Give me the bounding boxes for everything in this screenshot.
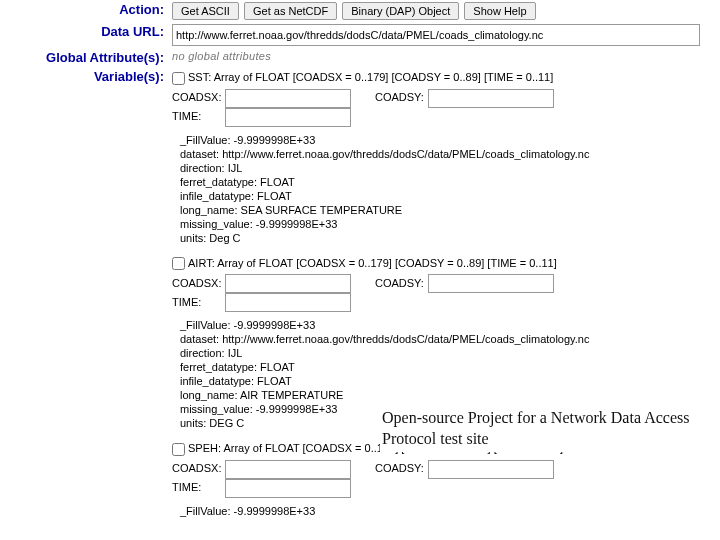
- meta-row: _FillValue: -9.9999998E+33: [180, 318, 716, 332]
- meta-row: dataset: http://www.ferret.noaa.gov/thre…: [180, 147, 716, 161]
- variable-dims-sst: COADSX:COADSY:TIME:: [172, 89, 716, 127]
- variable-checkbox-airt[interactable]: [172, 257, 185, 270]
- dim-input-airt-coadsy[interactable]: [428, 274, 554, 293]
- dim-input-sst-coadsy[interactable]: [428, 89, 554, 108]
- dim-input-sst-time[interactable]: [225, 108, 351, 127]
- action-label: Action:: [0, 0, 168, 22]
- meta-row: dataset: http://www.ferret.noaa.gov/thre…: [180, 332, 716, 346]
- variables-label: Variable(s):: [0, 67, 168, 530]
- meta-row: long_name: AIR TEMPERATURE: [180, 388, 716, 402]
- variable-header-airt: AIRT: Array of FLOAT [COADSX = 0..179] […: [172, 255, 716, 273]
- dim-group-coadsy: COADSY:: [375, 274, 554, 293]
- meta-row: direction: IJL: [180, 161, 716, 175]
- meta-row: units: Deg C: [180, 231, 716, 245]
- data-url-input[interactable]: [172, 24, 700, 46]
- variable-checkbox-speh[interactable]: [172, 443, 185, 456]
- dim-input-speh-coadsy[interactable]: [428, 460, 554, 479]
- dim-group-coadsx: COADSX:: [172, 89, 351, 108]
- meta-row: long_name: SEA SURFACE TEMPERATURE: [180, 203, 716, 217]
- dim-group-time: TIME:: [172, 293, 351, 312]
- dim-label-coadsx: COADSX:: [172, 91, 225, 103]
- meta-row: ferret_datatype: FLOAT: [180, 360, 716, 374]
- show-help-button[interactable]: Show Help: [464, 2, 535, 20]
- variable-meta-sst: _FillValue: -9.9999998E+33dataset: http:…: [180, 133, 716, 245]
- dim-label-coadsx: COADSX:: [172, 462, 225, 474]
- dim-input-airt-time[interactable]: [225, 293, 351, 312]
- action-buttons: Get ASCII Get as NetCDF Binary (DAP) Obj…: [168, 0, 720, 22]
- variable-checkbox-sst[interactable]: [172, 72, 185, 85]
- dim-group-coadsy: COADSY:: [375, 460, 554, 479]
- meta-row: _FillValue: -9.9999998E+33: [180, 133, 716, 147]
- dim-group-time: TIME:: [172, 108, 351, 127]
- meta-row: ferret_datatype: FLOAT: [180, 175, 716, 189]
- variable-title-sst: SST: Array of FLOAT [COADSX = 0..179] [C…: [188, 71, 553, 83]
- meta-row: _FillValue: -9.9999998E+33: [180, 504, 716, 518]
- dim-label-coadsy: COADSY:: [375, 91, 428, 103]
- dim-input-airt-coadsx[interactable]: [225, 274, 351, 293]
- global-attributes-value: no global attributes: [172, 50, 271, 62]
- dim-input-speh-coadsx[interactable]: [225, 460, 351, 479]
- variable-dims-speh: COADSX:COADSY:TIME:: [172, 460, 716, 498]
- dim-label-coadsy: COADSY:: [375, 462, 428, 474]
- variable-meta-speh: _FillValue: -9.9999998E+33: [180, 504, 716, 518]
- data-url-label: Data URL:: [0, 22, 168, 48]
- dim-input-sst-coadsx[interactable]: [225, 89, 351, 108]
- dim-label-time: TIME:: [172, 296, 225, 308]
- get-netcdf-button[interactable]: Get as NetCDF: [244, 2, 337, 20]
- meta-row: infile_datatype: FLOAT: [180, 374, 716, 388]
- dim-label-coadsy: COADSY:: [375, 277, 428, 289]
- binary-dap-button[interactable]: Binary (DAP) Object: [342, 2, 459, 20]
- variable-dims-airt: COADSX:COADSY:TIME:: [172, 274, 716, 312]
- dim-group-coadsx: COADSX:: [172, 460, 351, 479]
- get-ascii-button[interactable]: Get ASCII: [172, 2, 239, 20]
- variable-header-sst: SST: Array of FLOAT [COADSX = 0..179] [C…: [172, 69, 716, 87]
- dim-label-time: TIME:: [172, 481, 225, 493]
- meta-row: infile_datatype: FLOAT: [180, 189, 716, 203]
- dim-label-time: TIME:: [172, 110, 225, 122]
- global-attributes-label: Global Attribute(s):: [0, 48, 168, 67]
- dim-group-coadsy: COADSY:: [375, 89, 554, 108]
- dim-label-coadsx: COADSX:: [172, 277, 225, 289]
- meta-row: missing_value: -9.9999998E+33: [180, 217, 716, 231]
- variable-title-airt: AIRT: Array of FLOAT [COADSX = 0..179] […: [188, 257, 557, 269]
- dim-group-coadsx: COADSX:: [172, 274, 351, 293]
- dim-input-speh-time[interactable]: [225, 479, 351, 498]
- overlay-caption: Open-source Project for a Network Data A…: [380, 406, 720, 452]
- meta-row: direction: IJL: [180, 346, 716, 360]
- dim-group-time: TIME:: [172, 479, 351, 498]
